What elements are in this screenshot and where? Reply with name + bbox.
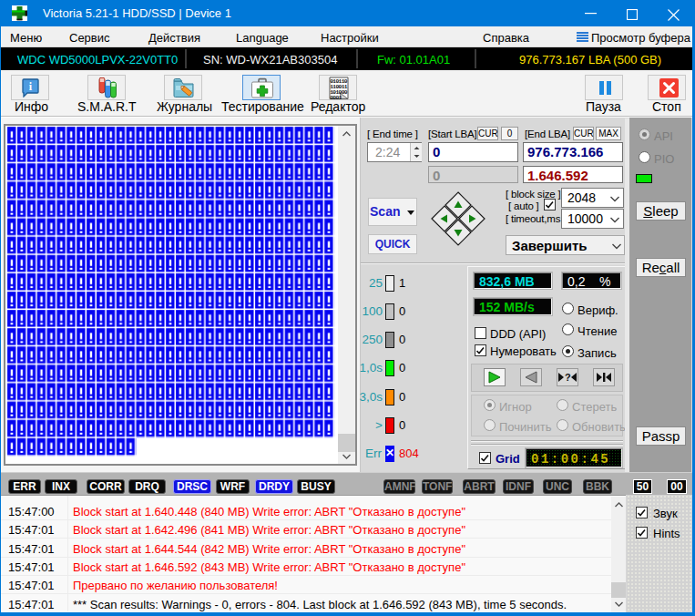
svg-text:?: ?	[565, 372, 571, 383]
